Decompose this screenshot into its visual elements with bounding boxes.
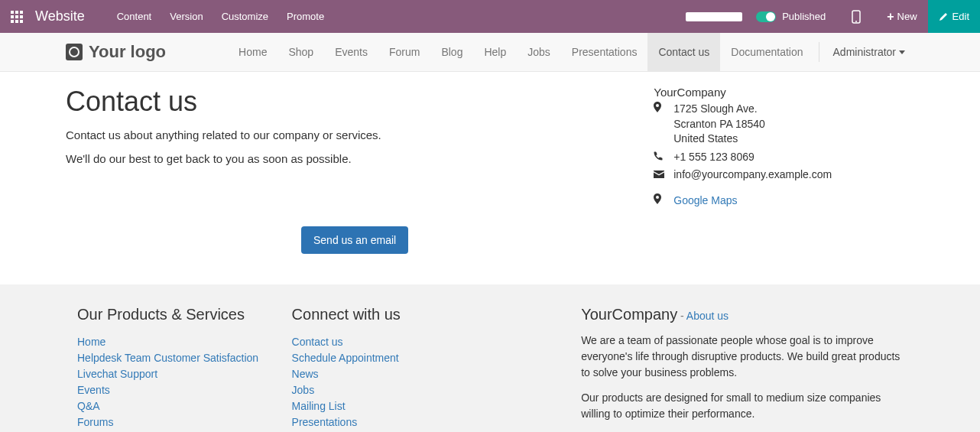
envelope-icon xyxy=(654,167,666,183)
send-email-button[interactable]: Send us an email xyxy=(301,226,408,254)
site-logo[interactable]: Your logo xyxy=(66,42,166,62)
page-title: Contact us xyxy=(66,86,631,118)
about-paragraph-1: We are a team of passionate people whose… xyxy=(581,333,903,381)
address-line-3: United States xyxy=(673,132,765,147)
nav-link-blog[interactable]: Blog xyxy=(430,33,473,71)
topbar-right: Published + New Edit xyxy=(686,0,980,33)
about-us-link[interactable]: About us xyxy=(686,310,729,322)
footer-link[interactable]: News xyxy=(292,368,319,380)
plus-icon: + xyxy=(887,11,894,23)
main-nav: HomeShopEventsForumBlogHelpJobsPresentat… xyxy=(228,33,914,71)
separator: - xyxy=(677,310,686,322)
chevron-down-icon xyxy=(899,50,905,54)
footer-link[interactable]: Helpdesk Team Customer Satisfaction xyxy=(77,352,258,364)
footer-link[interactable]: Schedule Appointment xyxy=(292,352,399,364)
footer-link-item: Helpdesk Team Customer Satisfaction xyxy=(77,350,269,366)
footer-col-connect: Connect with us Contact usSchedule Appoi… xyxy=(281,306,495,430)
email-address: info@yourcompany.example.com xyxy=(673,167,832,183)
footer-link-item: Schedule Appointment xyxy=(292,350,484,366)
progress-indicator xyxy=(686,12,742,21)
admin-menu[interactable]: Administrator xyxy=(824,33,914,71)
map-marker-icon xyxy=(654,193,666,209)
site-nav-wrap: Your logo HomeShopEventsForumBlogHelpJob… xyxy=(0,33,980,72)
footer-heading: Our Products & Services xyxy=(77,306,269,323)
page-footer: Our Products & Services HomeHelpdesk Tea… xyxy=(0,284,980,432)
new-button[interactable]: + New xyxy=(876,0,927,33)
footer-company-name: YourCompany xyxy=(581,306,677,323)
phone-icon xyxy=(654,150,666,165)
footer-link-item: Contact us xyxy=(292,334,484,350)
nav-link-forum[interactable]: Forum xyxy=(378,33,430,71)
pencil-icon xyxy=(939,12,948,21)
publish-label: Published xyxy=(782,11,826,22)
nav-link-events[interactable]: Events xyxy=(324,33,378,71)
address-line-2: Scranton PA 18540 xyxy=(673,117,765,132)
footer-link-item: Forums xyxy=(77,414,269,430)
new-label: New xyxy=(897,11,917,22)
edit-label: Edit xyxy=(952,11,969,22)
footer-heading: Connect with us xyxy=(292,306,484,323)
menu-promote[interactable]: Promote xyxy=(277,0,333,33)
menu-content[interactable]: Content xyxy=(108,0,161,33)
nav-link-home[interactable]: Home xyxy=(228,33,277,71)
footer-link[interactable]: Q&A xyxy=(77,400,100,412)
footer-link[interactable]: Mailing List xyxy=(292,400,346,412)
footer-link[interactable]: Contact us xyxy=(292,336,343,348)
nav-link-contact-us[interactable]: Contact us xyxy=(647,33,720,71)
lead-1: Contact us about anything related to our… xyxy=(66,128,631,141)
logo-text: Your logo xyxy=(89,42,166,62)
content-right: YourCompany 1725 Slough Ave. Scranton PA… xyxy=(631,86,913,254)
footer-link-item: News xyxy=(292,366,484,382)
menu-version[interactable]: Version xyxy=(161,0,212,33)
nav-link-shop[interactable]: Shop xyxy=(277,33,324,71)
nav-link-documentation[interactable]: Documentation xyxy=(720,33,813,71)
footer-col-products: Our Products & Services HomeHelpdesk Tea… xyxy=(66,306,281,430)
footer-link[interactable]: Events xyxy=(77,384,110,396)
app-topbar: Website Content Version Customize Promot… xyxy=(0,0,980,33)
footer-col-about: YourCompany - About us We are a team of … xyxy=(570,306,914,430)
lead-2: We'll do our best to get back to you as … xyxy=(66,152,631,165)
google-maps-link[interactable]: Google Maps xyxy=(673,193,737,209)
footer-link[interactable]: Jobs xyxy=(292,384,315,396)
about-paragraph-2: Our products are designed for small to m… xyxy=(581,390,903,422)
footer-link[interactable]: Presentations xyxy=(292,416,358,428)
footer-link-item: Presentations xyxy=(292,414,484,430)
footer-link-item: Events xyxy=(77,382,269,398)
content-left: Contact us Contact us about anything rel… xyxy=(66,86,631,254)
svg-point-1 xyxy=(855,21,857,22)
footer-link[interactable]: Livechat Support xyxy=(77,368,157,380)
nav-link-presentations[interactable]: Presentations xyxy=(561,33,648,71)
nav-link-jobs[interactable]: Jobs xyxy=(517,33,561,71)
top-menu: Content Version Customize Promote xyxy=(108,0,333,33)
map-marker-icon xyxy=(654,102,666,147)
footer-link-item: Home xyxy=(77,334,269,350)
camera-icon xyxy=(66,44,83,60)
footer-link-item: Livechat Support xyxy=(77,366,269,382)
menu-customize[interactable]: Customize xyxy=(213,0,277,33)
address-line-1: 1725 Slough Ave. xyxy=(673,102,765,117)
app-brand[interactable]: Website xyxy=(35,8,85,24)
mobile-preview-icon[interactable] xyxy=(841,0,876,33)
apps-icon[interactable] xyxy=(6,6,28,28)
footer-link-item: Jobs xyxy=(292,382,484,398)
admin-label: Administrator xyxy=(833,46,896,58)
footer-link-item: Q&A xyxy=(77,398,269,414)
footer-link-item: Mailing List xyxy=(292,398,484,414)
company-name: YourCompany xyxy=(654,86,913,99)
publish-toggle[interactable] xyxy=(756,11,776,22)
nav-divider xyxy=(819,42,819,62)
edit-button[interactable]: Edit xyxy=(928,0,980,33)
phone-number: +1 555 123 8069 xyxy=(673,150,754,165)
nav-link-help[interactable]: Help xyxy=(473,33,517,71)
footer-link[interactable]: Home xyxy=(77,336,105,348)
footer-link[interactable]: Forums xyxy=(77,416,113,428)
